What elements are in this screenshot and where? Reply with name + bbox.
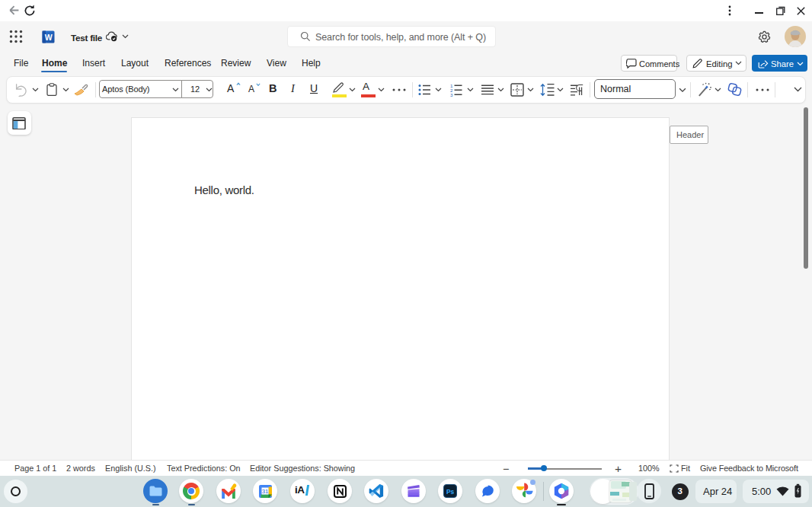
svg-text:3: 3 bbox=[450, 92, 453, 97]
svg-text:31: 31 bbox=[262, 488, 269, 495]
svg-text:W: W bbox=[45, 33, 53, 42]
svg-text:Ps: Ps bbox=[446, 488, 455, 496]
